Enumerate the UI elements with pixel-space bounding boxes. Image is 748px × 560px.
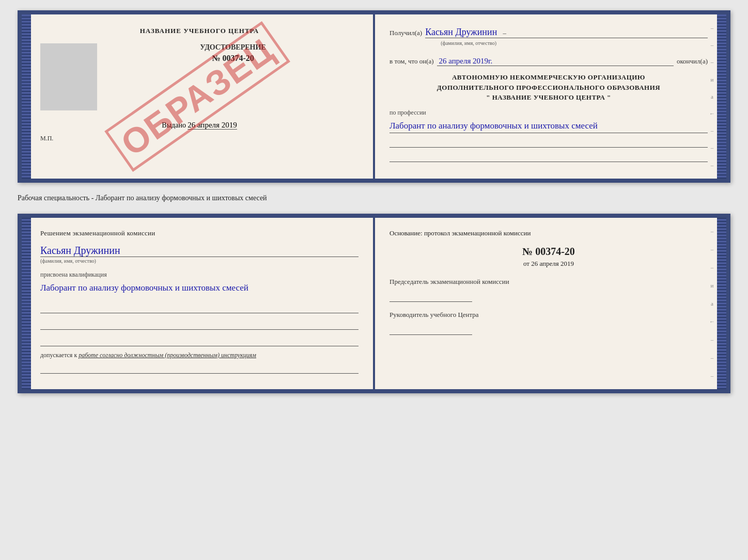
- edge-mark-1: –: [711, 25, 714, 31]
- org-line1: АВТОНОМНУЮ НЕКОММЕРЧЕСКУЮ ОРГАНИЗАЦИЮ: [389, 72, 708, 83]
- org-line2: ДОПОЛНИТЕЛЬНОГО ПРОФЕССИОНАЛЬНОГО ОБРАЗО…: [389, 83, 708, 93]
- bottom-left-page: Решением экзаменационной комиссии Касьян…: [22, 218, 375, 389]
- completed-date: 26 апреля 2019г.: [437, 57, 674, 66]
- issued-date: 26 апреля 2019: [188, 121, 237, 130]
- qualification-label: присвоена квалификация: [40, 271, 359, 279]
- middle-label: Рабочая специальность - Лаборант по анал…: [18, 192, 730, 204]
- top-booklet: НАЗВАНИЕ УЧЕБНОГО ЦЕНТРА УДОСТОВЕРЕНИЕ №…: [18, 10, 730, 183]
- right-edge-marks: – – – и а ← – – –: [709, 25, 715, 168]
- bottom-line-3: [40, 334, 359, 346]
- received-name: Касьян Дружинин: [425, 27, 497, 37]
- underline-field-1: [389, 137, 708, 148]
- issued-label: Выдано: [162, 121, 186, 129]
- допуск-text: допускается к работе согласно должностны…: [40, 351, 359, 359]
- b-edge-mark-3: –: [711, 264, 714, 270]
- rukov-sign-line: [389, 323, 472, 335]
- proto-number: № 00374-20: [389, 246, 708, 258]
- mp-label: М.П.: [40, 135, 359, 142]
- b-edge-mark-2: –: [711, 246, 714, 252]
- completed-label: окончил(а): [677, 57, 708, 66]
- profession-label: по профессии: [389, 109, 708, 117]
- b-edge-mark-7: –: [711, 373, 714, 379]
- dash: –: [503, 29, 507, 37]
- cert-title: НАЗВАНИЕ УЧЕБНОГО ЦЕНТРА: [40, 27, 359, 35]
- bottom-line-1: [40, 301, 359, 313]
- underline-field-2: [389, 152, 708, 162]
- bottom-line-4: [40, 361, 359, 374]
- chair-sign-line: [389, 290, 472, 302]
- edge-mark-а: а: [711, 93, 713, 100]
- b-edge-mark-4: ←: [709, 318, 715, 325]
- chair-label: Председатель экзаменационной комиссии: [389, 277, 708, 286]
- received-line: Получил(а) Касьян Дружинин – (фамилия, и…: [389, 27, 708, 38]
- допуск-value: работе согласно должностным (производств…: [79, 351, 256, 359]
- bottom-lines: [40, 301, 359, 346]
- b-edge-mark-1: –: [711, 228, 714, 234]
- bottom-name: Касьян Дружинин: [40, 245, 359, 257]
- in-that-line: в том, что он(а) 26 апреля 2019г. окончи…: [389, 57, 708, 66]
- edge-mark-2: –: [711, 42, 714, 48]
- bottom-name-sub: (фамилия, имя, отчество): [40, 258, 359, 264]
- edge-mark-3: –: [711, 59, 714, 65]
- edge-mark-5: –: [711, 127, 714, 134]
- b-edge-mark-6: –: [711, 355, 714, 361]
- b-edge-mark-а: а: [711, 300, 713, 307]
- rukov-label: Руководитель учебного Центра: [389, 310, 708, 319]
- in-that-label: в том, что он(а): [389, 57, 434, 66]
- org-block: АВТОНОМНУЮ НЕКОММЕРЧЕСКУЮ ОРГАНИЗАЦИЮ ДО…: [389, 72, 708, 103]
- decision-title: Решением экзаменационной комиссии: [40, 229, 359, 237]
- profession-handwritten: Лаборант по анализу формовочных и шихтов…: [389, 119, 708, 133]
- cert-issued: Выдано 26 апреля 2019: [40, 121, 359, 130]
- proto-date-value: 26 апреля 2019: [531, 260, 574, 267]
- edge-mark-и: и: [711, 76, 714, 83]
- b-edge-mark-и: и: [711, 282, 714, 289]
- osnov-title: Основание: протокол экзаменационной коми…: [389, 229, 708, 237]
- cert-number: № 00374-20: [107, 54, 359, 63]
- bottom-booklet: Решением экзаменационной комиссии Касьян…: [18, 214, 730, 393]
- bottom-right-edge-marks: – – – и а ← – – –: [709, 228, 715, 379]
- proto-date-prefix: от: [523, 260, 529, 267]
- cert-type-label: УДОСТОВЕРЕНИЕ: [107, 43, 359, 52]
- photo-placeholder: [40, 43, 97, 110]
- top-right-page: Получил(а) Касьян Дружинин – (фамилия, и…: [375, 14, 726, 179]
- fio-note: (фамилия, имя, отчество): [441, 40, 496, 46]
- org-line3: " НАЗВАНИЕ УЧЕБНОГО ЦЕНТРА ": [389, 92, 708, 103]
- edge-mark-7: –: [711, 162, 714, 168]
- допуск-label: допускается к: [40, 351, 77, 359]
- proto-date: от 26 апреля 2019: [389, 260, 708, 268]
- edge-mark-4: ←: [709, 110, 715, 117]
- bottom-line-2: [40, 317, 359, 330]
- bottom-right-page: Основание: протокол экзаменационной коми…: [375, 218, 726, 389]
- qualification-handwritten: Лаборант по анализу формовочных и шихтов…: [40, 281, 359, 295]
- b-edge-mark-5: –: [711, 337, 714, 343]
- top-left-page: НАЗВАНИЕ УЧЕБНОГО ЦЕНТРА УДОСТОВЕРЕНИЕ №…: [22, 14, 375, 179]
- received-label: Получил(а): [389, 29, 422, 37]
- edge-mark-6: –: [711, 145, 714, 151]
